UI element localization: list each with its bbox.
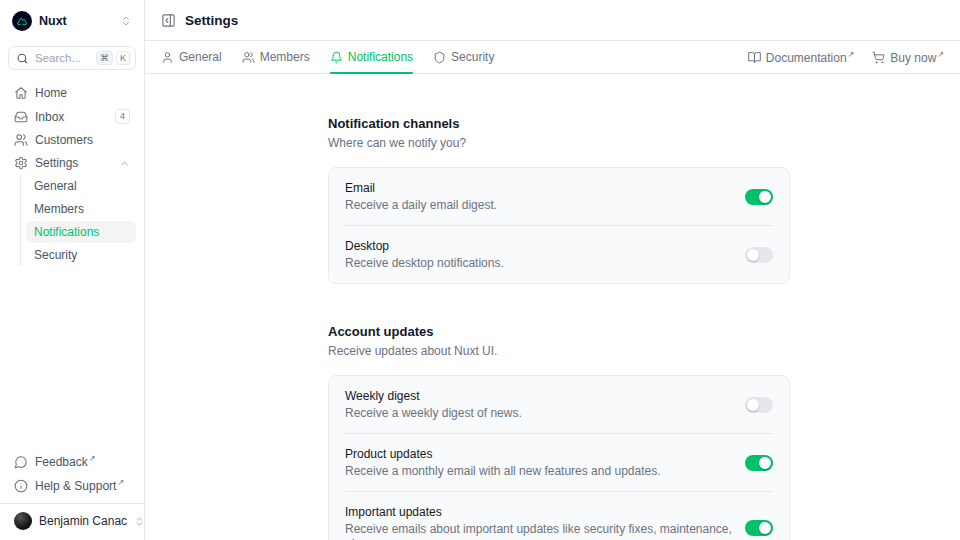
- sidebar-item-security[interactable]: Security: [26, 244, 136, 266]
- tab-label: Security: [451, 50, 494, 64]
- help-support-link[interactable]: Help & Support↗: [8, 474, 136, 497]
- search-shortcut: ⌘ K: [96, 51, 130, 65]
- sidebar-footer: Feedback↗ Help & Support↗: [8, 450, 136, 497]
- sidebar-item-members[interactable]: Members: [26, 198, 136, 220]
- setting-row-email: Email Receive a daily email digest.: [345, 168, 773, 226]
- external-link-icon: ↗: [848, 50, 855, 59]
- users-icon: [242, 51, 255, 64]
- toggle-knob: [759, 457, 771, 469]
- external-link-icon: ↗: [89, 454, 96, 463]
- external-link-icon: ↗: [117, 478, 124, 487]
- section-notification-channels: Notification channels Where can we notif…: [328, 116, 790, 284]
- section-title: Account updates: [328, 324, 790, 339]
- sidebar-item-general[interactable]: General: [26, 175, 136, 197]
- tab-members[interactable]: Members: [242, 41, 310, 73]
- setting-description: Receive a monthly email with all new fea…: [345, 464, 661, 478]
- setting-text: Important updates Receive emails about i…: [345, 505, 733, 540]
- tab-label: Notifications: [348, 50, 413, 64]
- settings-card: Email Receive a daily email digest. Desk…: [328, 167, 790, 284]
- toggle-knob: [747, 249, 759, 261]
- info-icon: [14, 479, 28, 493]
- search-icon: [16, 52, 29, 65]
- section-account-updates: Account updates Receive updates about Nu…: [328, 324, 790, 540]
- toggle-knob: [759, 191, 771, 203]
- settings-content: Notification channels Where can we notif…: [145, 74, 960, 540]
- sidebar-item-settings[interactable]: Settings: [8, 152, 136, 174]
- settings-card: Weekly digest Receive a weekly digest of…: [328, 375, 790, 540]
- feedback-link[interactable]: Feedback↗: [8, 450, 136, 473]
- search-input[interactable]: Search... ⌘ K: [8, 46, 136, 70]
- feedback-label: Feedback↗: [35, 454, 95, 469]
- sidebar-item-customers[interactable]: Customers: [8, 129, 136, 151]
- action-label: Documentation↗: [766, 50, 854, 65]
- users-icon: [14, 133, 28, 147]
- avatar: [14, 512, 32, 530]
- cmd-key: ⌘: [96, 51, 113, 65]
- action-label: Buy now↗: [890, 50, 944, 65]
- desktop-toggle[interactable]: [745, 247, 773, 263]
- setting-label: Product updates: [345, 447, 661, 461]
- setting-label: Important updates: [345, 505, 733, 519]
- team-name: Nuxt: [39, 14, 67, 28]
- setting-row-important-updates: Important updates Receive emails about i…: [345, 492, 773, 540]
- user-name: Benjamin Canac: [39, 514, 127, 528]
- sidebar-item-label: Settings: [35, 156, 78, 170]
- weekly-digest-toggle[interactable]: [745, 397, 773, 413]
- titlebar: Settings: [145, 0, 960, 41]
- setting-description: Receive a daily email digest.: [345, 198, 497, 212]
- tabs: General Members Notifications: [161, 41, 494, 73]
- setting-label: Weekly digest: [345, 389, 522, 403]
- sidebar-item-home[interactable]: Home: [8, 82, 136, 104]
- settings-column: Notification channels Where can we notif…: [328, 116, 790, 540]
- shield-icon: [433, 51, 446, 64]
- setting-label: Desktop: [345, 239, 504, 253]
- chevron-up-icon: [119, 158, 130, 169]
- setting-text: Desktop Receive desktop notifications.: [345, 239, 504, 270]
- tab-general[interactable]: General: [161, 41, 222, 73]
- sidebar-item-notifications[interactable]: Notifications: [26, 221, 136, 243]
- setting-text: Weekly digest Receive a weekly digest of…: [345, 389, 522, 420]
- product-updates-toggle[interactable]: [745, 455, 773, 471]
- user-icon: [161, 51, 174, 64]
- email-toggle[interactable]: [745, 189, 773, 205]
- section-description: Receive updates about Nuxt UI.: [328, 344, 790, 358]
- bell-icon: [330, 51, 343, 64]
- k-key: K: [116, 51, 130, 65]
- sidebar-item-label: Home: [35, 86, 67, 100]
- chevrons-up-down-icon: [134, 516, 145, 527]
- tab-security[interactable]: Security: [433, 41, 494, 73]
- inbox-icon: [14, 110, 28, 124]
- setting-description: Receive desktop notifications.: [345, 256, 504, 270]
- setting-description: Receive a weekly digest of news.: [345, 406, 522, 420]
- sidebar-item-label: Inbox: [35, 110, 64, 124]
- setting-row-desktop: Desktop Receive desktop notifications.: [345, 226, 773, 283]
- tab-label: Members: [260, 50, 310, 64]
- documentation-link[interactable]: Documentation↗: [748, 50, 854, 65]
- important-updates-toggle[interactable]: [745, 520, 773, 536]
- toolbar-actions: Documentation↗ Buy now↗: [748, 50, 944, 65]
- section-title: Notification channels: [328, 116, 790, 131]
- page-title: Settings: [185, 13, 238, 28]
- user-menu[interactable]: Benjamin Canac: [8, 504, 136, 534]
- main-area: Settings General Members: [145, 0, 960, 540]
- toggle-knob: [747, 399, 759, 411]
- tab-notifications[interactable]: Notifications: [330, 41, 413, 73]
- home-icon: [14, 86, 28, 100]
- sidebar-item-label: Customers: [35, 133, 93, 147]
- setting-label: Email: [345, 181, 497, 195]
- external-link-icon: ↗: [937, 50, 944, 59]
- help-support-label: Help & Support↗: [35, 478, 124, 493]
- nuxt-logo-icon: [12, 11, 32, 31]
- inbox-count-badge: 4: [115, 109, 130, 124]
- setting-description: Receive emails about important updates l…: [345, 522, 733, 540]
- buy-now-link[interactable]: Buy now↗: [872, 50, 944, 65]
- team-switcher[interactable]: Nuxt: [8, 8, 136, 34]
- gear-icon: [14, 156, 28, 170]
- section-description: Where can we notify you?: [328, 136, 790, 150]
- collapse-sidebar-button[interactable]: [161, 13, 176, 28]
- sidebar-item-inbox[interactable]: Inbox 4: [8, 105, 136, 128]
- sidebar: Nuxt Search... ⌘ K Home: [0, 0, 145, 540]
- cart-icon: [872, 51, 885, 64]
- tab-label: General: [179, 50, 222, 64]
- setting-text: Email Receive a daily email digest.: [345, 181, 497, 212]
